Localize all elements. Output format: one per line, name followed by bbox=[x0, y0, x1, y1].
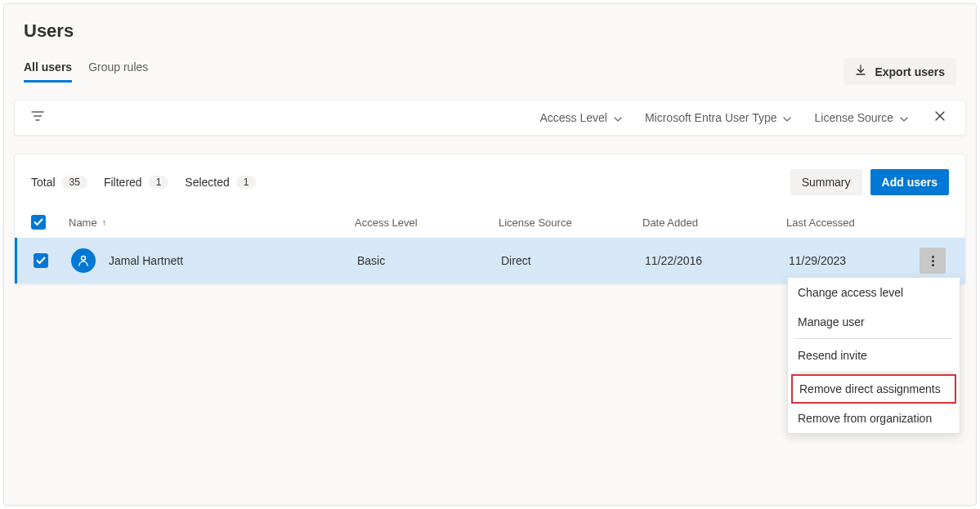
tab-group-rules[interactable]: Group rules bbox=[88, 60, 148, 83]
stat-selected-count: 1 bbox=[236, 176, 257, 189]
chevron-down-icon bbox=[614, 111, 622, 124]
row-checkbox[interactable] bbox=[34, 253, 48, 268]
menu-change-access-level[interactable]: Change access level bbox=[788, 278, 960, 307]
stats-left: Total 35 Filtered 1 Selected 1 bbox=[31, 176, 256, 189]
download-icon bbox=[855, 65, 866, 78]
table-row[interactable]: Jamal Hartnett Basic Direct 11/22/2016 1… bbox=[15, 238, 965, 284]
row-checkbox-cell bbox=[34, 253, 71, 268]
menu-divider bbox=[794, 372, 953, 373]
main-panel: Total 35 Filtered 1 Selected 1 Summary A… bbox=[14, 154, 966, 284]
filter-access-level-label: Access Level bbox=[539, 111, 606, 124]
column-header-date-added[interactable]: Date Added bbox=[642, 217, 786, 229]
stats-row: Total 35 Filtered 1 Selected 1 Summary A… bbox=[15, 154, 965, 207]
add-users-button[interactable]: Add users bbox=[870, 169, 949, 195]
row-user-name: Jamal Hartnett bbox=[109, 254, 183, 267]
filter-right: Access Level Microsoft Entra User Type L… bbox=[539, 110, 949, 125]
tabs-row: All users Group rules Export users bbox=[24, 58, 956, 85]
menu-remove-direct-assignments[interactable]: Remove direct assignments bbox=[791, 374, 956, 404]
stat-filtered: Filtered 1 bbox=[104, 176, 168, 189]
tabs: All users Group rules bbox=[24, 60, 148, 83]
page-title: Users bbox=[24, 20, 956, 42]
filter-entra-type-label: Microsoft Entra User Type bbox=[645, 111, 777, 124]
filter-entra-type[interactable]: Microsoft Entra User Type bbox=[645, 111, 792, 124]
summary-button[interactable]: Summary bbox=[790, 169, 862, 195]
header-checkbox-cell bbox=[31, 215, 69, 230]
row-access-level: Basic bbox=[357, 254, 501, 267]
stat-selected-label: Selected bbox=[185, 176, 229, 189]
chevron-down-icon bbox=[900, 111, 908, 124]
row-date-added: 11/22/2016 bbox=[645, 254, 789, 267]
row-name-cell: Jamal Hartnett bbox=[71, 248, 357, 273]
tab-all-users[interactable]: All users bbox=[24, 60, 72, 83]
select-all-checkbox[interactable] bbox=[31, 215, 46, 230]
column-header-access-level[interactable]: Access Level bbox=[355, 217, 499, 229]
avatar bbox=[71, 248, 96, 273]
menu-manage-user[interactable]: Manage user bbox=[788, 307, 960, 337]
close-icon[interactable] bbox=[931, 110, 949, 125]
svg-point-0 bbox=[82, 257, 86, 261]
table-header: Name ↑ Access Level License Source Date … bbox=[15, 207, 965, 238]
context-menu: Change access level Manage user Resend i… bbox=[787, 277, 960, 434]
stat-total-count: 35 bbox=[62, 176, 87, 189]
filter-bar: Access Level Microsoft Entra User Type L… bbox=[14, 100, 966, 136]
app-container: Users All users Group rules Export users… bbox=[3, 3, 977, 506]
export-users-label: Export users bbox=[875, 65, 945, 78]
filter-access-level[interactable]: Access Level bbox=[539, 111, 621, 124]
row-last-accessed: 11/29/2023 bbox=[789, 254, 916, 267]
column-header-last-accessed[interactable]: Last Accessed bbox=[786, 217, 916, 229]
more-vertical-icon bbox=[932, 256, 934, 266]
header-section: Users All users Group rules Export users bbox=[14, 20, 966, 85]
export-users-button[interactable]: Export users bbox=[844, 58, 956, 85]
stat-selected: Selected 1 bbox=[185, 176, 256, 189]
menu-divider bbox=[794, 338, 953, 339]
more-actions-button[interactable] bbox=[920, 248, 946, 274]
menu-resend-invite[interactable]: Resend invite bbox=[788, 341, 960, 370]
stats-right: Summary Add users bbox=[790, 169, 949, 195]
menu-remove-from-organization[interactable]: Remove from organization bbox=[788, 404, 960, 433]
column-header-license-source[interactable]: License Source bbox=[499, 217, 642, 229]
stat-total-label: Total bbox=[31, 176, 56, 189]
column-name-label: Name bbox=[69, 217, 97, 229]
row-actions-cell bbox=[916, 248, 949, 274]
stat-filtered-count: 1 bbox=[149, 176, 169, 189]
sort-ascending-icon: ↑ bbox=[102, 217, 107, 227]
filter-license-source[interactable]: License Source bbox=[814, 111, 908, 124]
row-license-source: Direct bbox=[501, 254, 645, 267]
stat-total: Total 35 bbox=[31, 176, 87, 189]
stat-filtered-label: Filtered bbox=[104, 176, 142, 189]
chevron-down-icon bbox=[783, 111, 791, 124]
filter-left bbox=[31, 110, 44, 125]
column-header-name[interactable]: Name ↑ bbox=[69, 217, 355, 229]
filter-license-source-label: License Source bbox=[814, 111, 893, 124]
filter-icon[interactable] bbox=[31, 110, 44, 125]
